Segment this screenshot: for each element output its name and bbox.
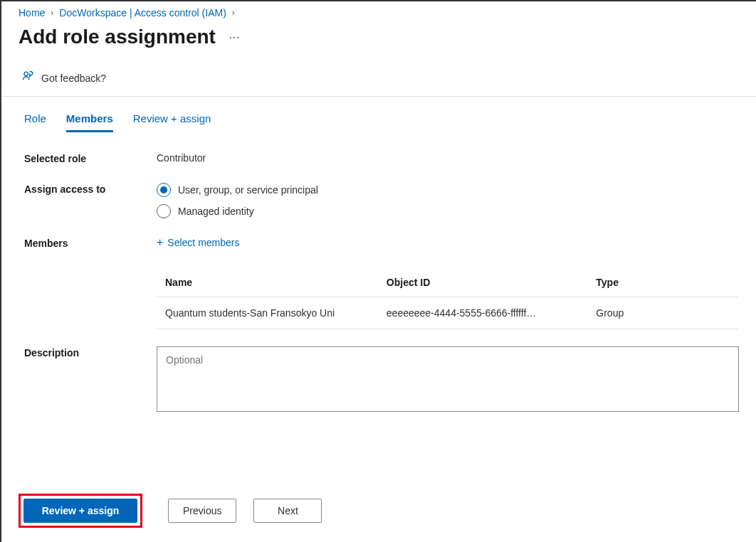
radio-managed-identity[interactable]: Managed identity bbox=[157, 204, 739, 218]
next-button[interactable]: Next bbox=[253, 499, 322, 523]
title-row: Add role assignment ⋯ bbox=[1, 18, 756, 60]
col-type[interactable]: Type bbox=[587, 268, 739, 297]
select-members-label: Select members bbox=[167, 237, 239, 248]
radio-checked-icon bbox=[157, 183, 171, 197]
previous-button[interactable]: Previous bbox=[168, 499, 236, 523]
tab-members[interactable]: Members bbox=[66, 112, 113, 132]
chevron-right-icon: › bbox=[231, 8, 236, 18]
cell-type: Group bbox=[587, 297, 739, 329]
select-members-link[interactable]: + Select members bbox=[157, 237, 240, 248]
members-label: Members bbox=[24, 237, 157, 249]
breadcrumb: Home › DocWorkspace | Access control (IA… bbox=[1, 1, 756, 18]
radio-unchecked-icon bbox=[157, 204, 171, 218]
tabs: Role Members Review + assign bbox=[1, 97, 756, 132]
row-selected-role: Selected role Contributor bbox=[24, 152, 739, 164]
plus-icon: + bbox=[157, 237, 163, 248]
col-object-id[interactable]: Object ID bbox=[378, 268, 587, 297]
selected-role-value: Contributor bbox=[157, 152, 739, 164]
footer: Review + assign Previous Next bbox=[1, 481, 756, 542]
form-area: Selected role Contributor Assign access … bbox=[1, 132, 756, 481]
cell-object-id: eeeeeeee-4444-5555-6666-ffffff… bbox=[378, 297, 587, 329]
description-label: Description bbox=[24, 346, 157, 358]
col-name[interactable]: Name bbox=[157, 268, 378, 297]
radio-user-group-service-principal[interactable]: User, group, or service principal bbox=[157, 183, 739, 197]
tab-role[interactable]: Role bbox=[24, 112, 46, 132]
review-assign-button[interactable]: Review + assign bbox=[23, 499, 137, 523]
more-actions-icon[interactable]: ⋯ bbox=[229, 31, 241, 44]
breadcrumb-workspace[interactable]: DocWorkspace | Access control (IAM) bbox=[59, 7, 226, 18]
selected-role-label: Selected role bbox=[24, 152, 157, 164]
description-textarea[interactable] bbox=[157, 346, 739, 412]
row-assign-access: Assign access to User, group, or service… bbox=[24, 183, 739, 218]
row-description: Description bbox=[24, 346, 739, 414]
feedback-label: Got feedback? bbox=[41, 73, 106, 84]
cell-name: Quantum students-San Fransokyo Uni bbox=[157, 297, 378, 329]
breadcrumb-home[interactable]: Home bbox=[19, 7, 45, 18]
row-members: Members + Select members Name Object ID … bbox=[24, 237, 739, 329]
assign-access-label: Assign access to bbox=[24, 183, 157, 195]
members-table: Name Object ID Type Quantum students-San… bbox=[157, 268, 739, 329]
svg-point-0 bbox=[24, 72, 28, 75]
page-title: Add role assignment bbox=[19, 26, 216, 48]
feedback-link[interactable]: Got feedback? bbox=[1, 60, 756, 97]
highlight-box: Review + assign bbox=[19, 494, 142, 528]
radio-user-label: User, group, or service principal bbox=[178, 184, 318, 196]
tab-review-assign[interactable]: Review + assign bbox=[133, 112, 211, 132]
table-row[interactable]: Quantum students-San Fransokyo Uni eeeee… bbox=[157, 297, 739, 329]
feedback-icon bbox=[21, 70, 36, 86]
radio-managed-label: Managed identity bbox=[178, 206, 254, 217]
chevron-right-icon: › bbox=[49, 8, 55, 18]
